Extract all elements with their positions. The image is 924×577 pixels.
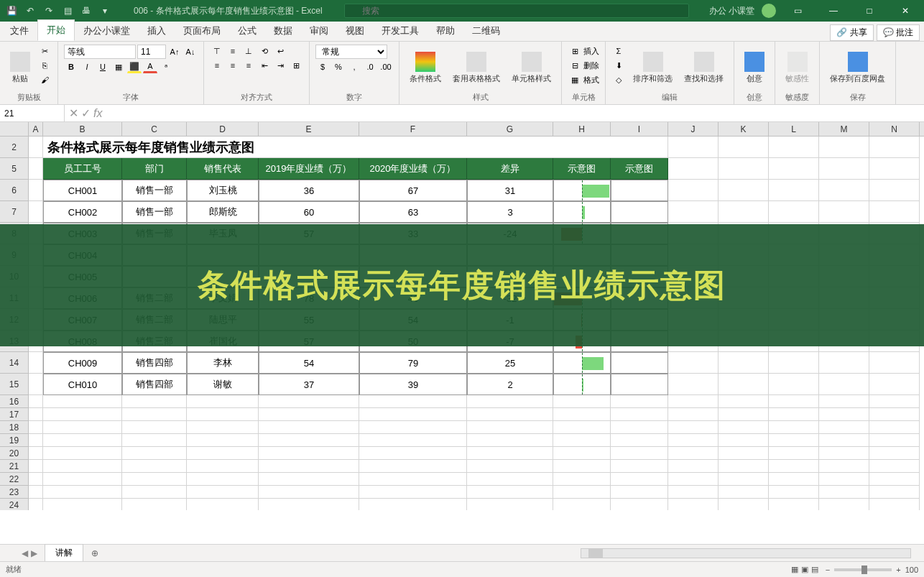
cell[interactable]: [769, 421, 819, 434]
col-header-C[interactable]: C: [122, 122, 187, 136]
cell[interactable]: 37: [259, 374, 359, 395]
cell[interactable]: [187, 499, 259, 510]
cell[interactable]: [29, 137, 43, 158]
row-header-6[interactable]: 6: [0, 180, 29, 201]
cell[interactable]: [359, 408, 467, 421]
cell[interactable]: [769, 395, 819, 408]
cell[interactable]: [719, 352, 769, 374]
cell[interactable]: [122, 447, 187, 460]
cell[interactable]: [29, 473, 43, 486]
cell[interactable]: 部门: [122, 158, 187, 180]
cell[interactable]: [668, 408, 719, 421]
cell[interactable]: [29, 180, 43, 201]
cell[interactable]: [187, 421, 259, 434]
cell[interactable]: [259, 486, 359, 499]
cell[interactable]: [359, 447, 467, 460]
col-header-A[interactable]: A: [29, 122, 43, 136]
format-cells-icon[interactable]: ▦: [568, 73, 582, 86]
cell[interactable]: 李林: [187, 352, 259, 374]
cell[interactable]: 销售一部: [122, 180, 187, 201]
tab-review[interactable]: 审阅: [301, 21, 337, 41]
sheet-title[interactable]: 条件格式展示每年度销售业绩示意图: [43, 137, 668, 158]
cell[interactable]: [553, 473, 611, 486]
cell[interactable]: [819, 460, 869, 473]
cell[interactable]: [187, 395, 259, 408]
sensitivity-button[interactable]: 敏感性: [781, 45, 813, 91]
cell[interactable]: 39: [359, 374, 467, 395]
orientation-icon[interactable]: ⟲: [257, 45, 272, 57]
cell[interactable]: [869, 374, 920, 395]
sheet-nav-prev-icon[interactable]: ◀: [22, 548, 28, 558]
cell[interactable]: [467, 421, 553, 434]
cell[interactable]: [359, 486, 467, 499]
inc-decimal-icon[interactable]: .0: [363, 60, 377, 73]
cell[interactable]: [819, 201, 869, 223]
cell[interactable]: [467, 499, 553, 510]
cell-styles-button[interactable]: 单元格样式: [507, 45, 555, 91]
cell[interactable]: [769, 374, 819, 395]
row-header-7[interactable]: 7: [0, 201, 29, 223]
cell[interactable]: [611, 460, 668, 473]
cell[interactable]: [611, 201, 668, 223]
cell[interactable]: [769, 499, 819, 510]
number-format-select[interactable]: 常规: [315, 45, 387, 59]
tab-home[interactable]: 开始: [37, 19, 75, 41]
cell[interactable]: [819, 137, 869, 158]
cell[interactable]: [122, 408, 187, 421]
font-name-input[interactable]: [64, 45, 136, 59]
cell[interactable]: [719, 421, 769, 434]
cell[interactable]: [769, 408, 819, 421]
undo-icon[interactable]: ↶: [23, 4, 37, 18]
save-baidu-button[interactable]: 保存到百度网盘: [826, 45, 890, 91]
user-label[interactable]: 办公 小课堂: [709, 5, 754, 17]
cell[interactable]: [43, 434, 122, 447]
cell[interactable]: [819, 473, 869, 486]
cell[interactable]: [611, 374, 668, 395]
cell[interactable]: [869, 473, 920, 486]
cell[interactable]: [668, 158, 719, 180]
cell[interactable]: [359, 460, 467, 473]
cell[interactable]: [869, 395, 920, 408]
cell[interactable]: [259, 395, 359, 408]
zoom-thumb[interactable]: [861, 566, 867, 574]
cell[interactable]: 示意图: [553, 158, 611, 180]
cell[interactable]: [43, 486, 122, 499]
cell[interactable]: [29, 447, 43, 460]
cell[interactable]: [819, 421, 869, 434]
cell[interactable]: [769, 486, 819, 499]
cell[interactable]: [43, 499, 122, 510]
maximize-icon[interactable]: □: [855, 0, 884, 22]
preview-icon[interactable]: ▤: [60, 4, 75, 18]
redo-icon[interactable]: ↷: [42, 4, 56, 18]
cell[interactable]: [869, 460, 920, 473]
comma-icon[interactable]: ,: [347, 60, 361, 73]
cell[interactable]: [122, 473, 187, 486]
minimize-icon[interactable]: —: [819, 0, 848, 22]
underline-icon[interactable]: U: [96, 60, 110, 73]
table-format-button[interactable]: 套用表格格式: [448, 45, 504, 91]
fx-icon[interactable]: fx: [93, 107, 102, 120]
cell[interactable]: 郎斯统: [187, 201, 259, 223]
cell[interactable]: 36: [259, 180, 359, 201]
tab-qr[interactable]: 二维码: [463, 21, 509, 41]
col-header-I[interactable]: I: [611, 122, 668, 136]
cell[interactable]: [467, 486, 553, 499]
cell[interactable]: [29, 352, 43, 374]
close-icon[interactable]: ✕: [891, 0, 920, 22]
cell[interactable]: [819, 352, 869, 374]
cell[interactable]: 79: [359, 352, 467, 374]
cell[interactable]: [719, 201, 769, 223]
print-icon[interactable]: 🖶: [79, 4, 93, 18]
cell[interactable]: 3: [467, 201, 553, 223]
add-sheet-button[interactable]: ⊕: [88, 546, 102, 560]
cell[interactable]: [553, 180, 611, 201]
cell[interactable]: [43, 421, 122, 434]
cell[interactable]: [359, 395, 467, 408]
cell[interactable]: [769, 473, 819, 486]
ribbon-options-icon[interactable]: ▭: [783, 0, 812, 22]
view-page-icon[interactable]: ▣: [801, 565, 808, 574]
cell[interactable]: [869, 408, 920, 421]
cell[interactable]: [719, 395, 769, 408]
cell[interactable]: [359, 499, 467, 510]
cell[interactable]: [869, 447, 920, 460]
